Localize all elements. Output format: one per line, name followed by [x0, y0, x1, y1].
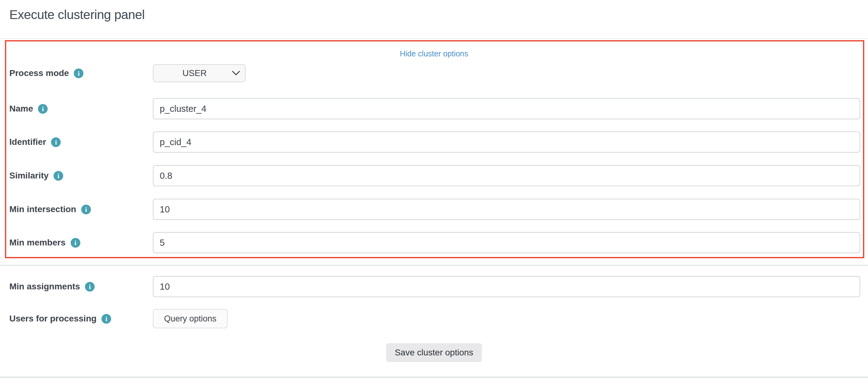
field-label-group: Min intersection i: [9, 204, 153, 214]
info-icon[interactable]: i: [81, 205, 91, 214]
name-input[interactable]: [153, 98, 860, 119]
info-icon[interactable]: i: [101, 314, 111, 324]
min-intersection-input[interactable]: [153, 199, 860, 220]
min-assignments-label: Min assignments: [9, 282, 80, 292]
field-label-group: Min assignments i: [9, 282, 153, 292]
identifier-label: Identifier: [9, 137, 46, 147]
min-intersection-label: Min intersection: [9, 204, 76, 214]
field-row-users-for-processing: Users for processing i Query options: [9, 309, 860, 328]
field-row-min-intersection: Min intersection i: [9, 199, 860, 220]
min-members-label: Min members: [9, 238, 66, 248]
name-label: Name: [9, 104, 33, 114]
min-assignments-input[interactable]: [153, 276, 860, 297]
users-for-processing-label: Users for processing: [9, 314, 96, 324]
field-row-identifier: Identifier i: [9, 131, 860, 153]
info-icon[interactable]: i: [71, 238, 80, 248]
field-label-group: Similarity i: [9, 171, 153, 181]
info-icon[interactable]: i: [51, 137, 61, 147]
info-icon[interactable]: i: [54, 171, 63, 181]
query-options-button[interactable]: Query options: [153, 309, 227, 328]
section-divider: [0, 265, 868, 266]
process-mode-select[interactable]: USER: [153, 64, 246, 82]
field-row-process-mode: Process mode i USER: [9, 64, 860, 82]
process-mode-selected-value: USER: [182, 68, 207, 78]
identifier-input[interactable]: [153, 131, 860, 153]
process-mode-label: Process mode: [9, 68, 69, 78]
toggle-link-container: Hide cluster options: [0, 49, 868, 58]
field-label-group: Name i: [9, 104, 153, 114]
chevron-down-icon: [232, 71, 240, 76]
field-row-min-assignments: Min assignments i: [9, 276, 860, 297]
field-label-group: Identifier i: [9, 137, 153, 147]
similarity-input[interactable]: [153, 165, 860, 186]
min-members-input[interactable]: [153, 232, 860, 253]
field-label-group: Process mode i: [9, 68, 153, 78]
info-icon[interactable]: i: [74, 68, 84, 78]
field-label-group: Min members i: [9, 238, 153, 248]
info-icon[interactable]: i: [38, 104, 48, 114]
field-row-similarity: Similarity i: [9, 165, 860, 186]
hide-cluster-options-link[interactable]: Hide cluster options: [400, 49, 468, 58]
field-row-min-members: Min members i: [9, 232, 860, 253]
header-divider: [0, 38, 868, 39]
footer-divider: [0, 377, 868, 378]
save-cluster-options-button[interactable]: Save cluster options: [386, 343, 482, 362]
execute-clustering-panel: Execute clustering panel Hide cluster op…: [0, 0, 868, 385]
info-icon[interactable]: i: [85, 282, 95, 292]
field-label-group: Users for processing i: [9, 314, 153, 324]
field-row-name: Name i: [9, 98, 860, 119]
page-title: Execute clustering panel: [9, 7, 145, 22]
similarity-label: Similarity: [9, 171, 49, 181]
